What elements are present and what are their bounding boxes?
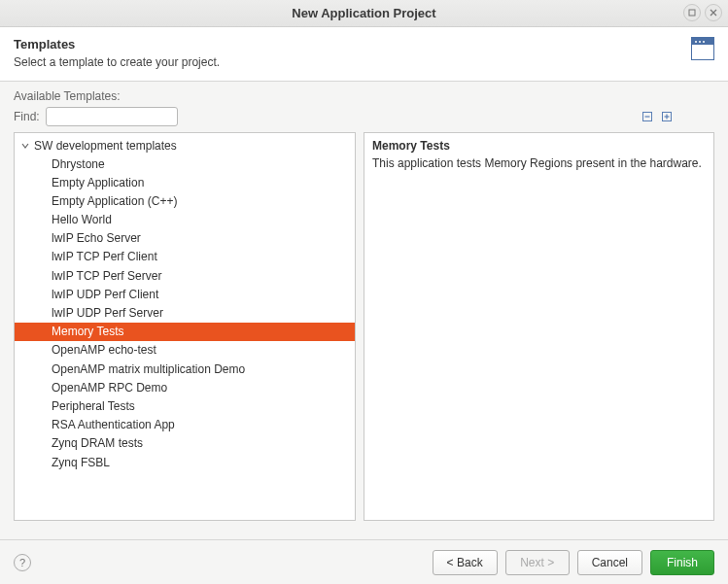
available-templates-label: Available Templates: bbox=[14, 89, 714, 103]
page-subtitle: Select a template to create your project… bbox=[14, 55, 714, 69]
close-button[interactable] bbox=[705, 4, 722, 21]
find-input[interactable] bbox=[46, 107, 178, 126]
tree-item[interactable]: OpenAMP echo-test bbox=[15, 341, 355, 360]
back-button[interactable]: < Back bbox=[433, 550, 498, 575]
collapse-all-icon[interactable] bbox=[641, 110, 654, 123]
tree-item[interactable]: Zynq DRAM tests bbox=[15, 434, 355, 453]
wizard-icon bbox=[691, 37, 714, 60]
template-tree[interactable]: SW development templates DhrystoneEmpty … bbox=[14, 132, 356, 521]
tree-group[interactable]: SW development templates bbox=[15, 137, 355, 155]
description-panel: Memory Tests This application tests Memo… bbox=[364, 132, 714, 521]
minimize-button[interactable] bbox=[683, 4, 701, 21]
description-title: Memory Tests bbox=[372, 139, 706, 153]
tree-item[interactable]: Hello World bbox=[15, 211, 355, 229]
tree-item[interactable]: Empty Application bbox=[15, 173, 355, 191]
help-icon[interactable]: ? bbox=[14, 554, 31, 571]
chevron-down-icon bbox=[20, 142, 30, 150]
tree-toolbar bbox=[641, 110, 674, 123]
panels: SW development templates DhrystoneEmpty … bbox=[14, 132, 714, 521]
description-text: This application tests Memory Regions pr… bbox=[372, 156, 706, 170]
tree-item[interactable]: Empty Application (C++) bbox=[15, 191, 355, 210]
tree-item[interactable]: Zynq FSBL bbox=[15, 453, 355, 471]
cancel-button[interactable]: Cancel bbox=[577, 550, 642, 575]
footer-buttons: < Back Next > Cancel Finish bbox=[433, 550, 714, 575]
tree-item[interactable]: lwIP UDP Perf Server bbox=[15, 304, 355, 323]
tree-item[interactable]: lwIP TCP Perf Server bbox=[15, 266, 355, 285]
find-label: Find: bbox=[14, 110, 40, 123]
tree-item[interactable]: Dhrystone bbox=[15, 155, 355, 173]
tree-item[interactable]: lwIP Echo Server bbox=[15, 229, 355, 248]
tree-item[interactable]: OpenAMP RPC Demo bbox=[15, 378, 355, 396]
find-row: Find: bbox=[14, 107, 714, 126]
titlebar: New Application Project bbox=[0, 0, 728, 27]
wizard-header: Templates Select a template to create yo… bbox=[0, 27, 728, 82]
finish-button[interactable]: Finish bbox=[650, 550, 714, 575]
tree-group-label: SW development templates bbox=[34, 139, 177, 153]
window-controls bbox=[683, 4, 722, 21]
expand-all-icon[interactable] bbox=[660, 110, 674, 123]
tree-item[interactable]: lwIP TCP Perf Client bbox=[15, 248, 355, 266]
tree-item[interactable]: OpenAMP matrix multiplication Demo bbox=[15, 360, 355, 378]
window-title: New Application Project bbox=[292, 6, 435, 20]
tree-item[interactable]: Memory Tests bbox=[15, 323, 355, 341]
content-area: Available Templates: Find: SW developmen… bbox=[0, 82, 728, 521]
page-title: Templates bbox=[14, 37, 714, 52]
footer: ? < Back Next > Cancel Finish bbox=[0, 539, 728, 584]
next-button: Next > bbox=[505, 550, 570, 575]
tree-item[interactable]: lwIP UDP Perf Client bbox=[15, 285, 355, 303]
svg-rect-0 bbox=[689, 10, 695, 16]
tree-item[interactable]: RSA Authentication App bbox=[15, 416, 355, 434]
tree-item[interactable]: Peripheral Tests bbox=[15, 396, 355, 415]
